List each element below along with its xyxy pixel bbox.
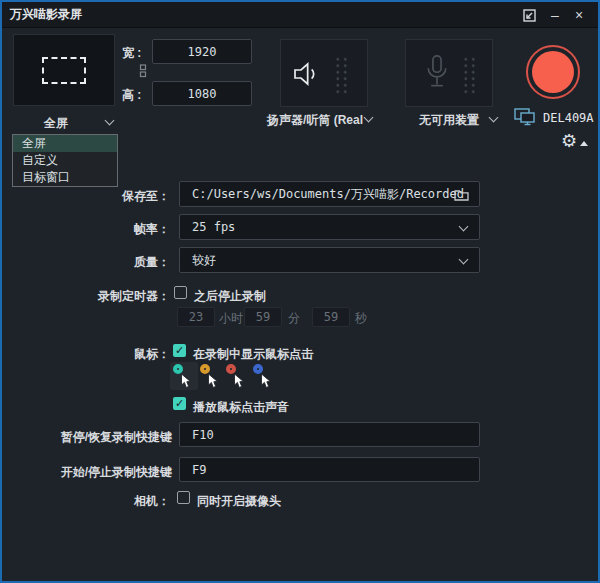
link-dimensions-icon[interactable] xyxy=(139,64,147,81)
capture-mode-value: 全屏 xyxy=(10,115,102,132)
microphone-device-label: 无可用装置 xyxy=(419,112,479,129)
menu-item-custom[interactable]: 自定义 xyxy=(13,152,117,169)
record-button[interactable] xyxy=(526,45,580,99)
fps-label: 帧率： xyxy=(2,221,170,238)
cursor-style-teal[interactable] xyxy=(170,362,198,390)
timer-seconds-value: 59 xyxy=(324,310,338,324)
save-label: 保存至： xyxy=(2,188,170,205)
mouse-sound-checkbox[interactable]: ✓ xyxy=(173,397,186,410)
width-input[interactable]: 1920 xyxy=(152,39,252,64)
cursor-arrow-icon xyxy=(180,373,192,389)
height-label: 高 : xyxy=(122,87,141,104)
mouse-show-clicks-checkbox[interactable]: ✓ xyxy=(173,344,186,357)
timer-hours-input[interactable]: 23 xyxy=(177,307,215,327)
compact-mode-button[interactable] xyxy=(518,2,540,28)
width-value: 1920 xyxy=(188,45,217,59)
folder-icon[interactable] xyxy=(454,189,469,201)
quality-value: 较好 xyxy=(192,252,216,269)
timer-hours-value: 23 xyxy=(189,310,203,324)
app-window: 万兴喵影录屏 – × 全屏 全屏 自定义 目标窗口 宽 : 1920 高 : 1… xyxy=(0,0,600,583)
record-button-inner xyxy=(532,51,574,93)
quality-chevron-down-icon xyxy=(459,255,469,265)
pause-hotkey-label: 暂停/恢复录制快捷键 xyxy=(2,429,172,446)
compact-mode-icon xyxy=(523,9,536,22)
minimize-button[interactable]: – xyxy=(544,2,566,28)
microphone-level-meter xyxy=(462,56,477,96)
start-hotkey-value: F9 xyxy=(192,463,206,477)
timer-minutes-input[interactable]: 59 xyxy=(244,307,282,327)
speaker-chevron-down-icon[interactable] xyxy=(364,113,374,123)
collapse-arrow-icon[interactable] xyxy=(580,141,588,146)
window-title: 万兴喵影录屏 xyxy=(10,6,82,23)
microphone-button[interactable] xyxy=(405,39,493,107)
mouse-sound-label: 播放鼠标点击声音 xyxy=(193,399,289,416)
cursor-style-orange[interactable] xyxy=(197,362,225,390)
title-bar: 万兴喵影录屏 xyxy=(2,2,598,28)
cursor-style-red[interactable] xyxy=(223,362,251,390)
speaker-device-label: 扬声器/听筒 (Real xyxy=(267,112,363,129)
pause-hotkey-input[interactable]: F10 xyxy=(179,422,480,447)
fullscreen-region-icon xyxy=(42,57,86,84)
menu-item-target-window[interactable]: 目标窗口 xyxy=(13,169,117,186)
timer-seconds-input[interactable]: 59 xyxy=(312,307,350,327)
camera-checkbox[interactable] xyxy=(177,491,190,504)
check-icon: ✓ xyxy=(175,397,184,410)
microphone-icon xyxy=(423,53,451,95)
check-icon: ✓ xyxy=(175,344,184,357)
mouse-show-clicks-label: 在录制中显示鼠标点击 xyxy=(193,346,313,363)
start-hotkey-input[interactable]: F9 xyxy=(179,457,480,482)
cursor-arrow-icon xyxy=(207,373,219,389)
timer-stop-checkbox[interactable] xyxy=(174,286,187,299)
height-input[interactable]: 1080 xyxy=(152,81,252,106)
start-hotkey-label: 开始/停止录制快捷键 xyxy=(2,464,172,481)
timer-label: 录制定时器： xyxy=(2,288,170,305)
fps-select[interactable]: 25 fps xyxy=(179,214,480,240)
timer-minutes-value: 59 xyxy=(256,310,270,324)
camera-checkbox-label: 同时开启摄像头 xyxy=(197,493,281,510)
mouse-label: 鼠标： xyxy=(2,346,170,363)
save-path-input[interactable]: C:/Users/ws/Documents/万兴喵影/Recorded xyxy=(179,181,480,207)
fps-value: 25 fps xyxy=(192,220,235,234)
chevron-down-icon xyxy=(105,116,115,126)
quality-label: 质量： xyxy=(2,254,170,271)
capture-area-preview[interactable] xyxy=(13,34,115,106)
timer-stop-checkbox-label: 之后停止录制 xyxy=(194,288,266,305)
capture-mode-menu: 全屏 自定义 目标窗口 xyxy=(12,134,118,187)
pause-hotkey-value: F10 xyxy=(192,428,214,442)
menu-item-fullscreen[interactable]: 全屏 xyxy=(13,135,117,152)
record-device-label: DEL409A xyxy=(543,111,594,125)
timer-minutes-unit: 分 xyxy=(288,310,300,327)
settings-gear-icon[interactable]: ⚙ xyxy=(561,130,577,152)
speaker-icon xyxy=(291,59,323,89)
speaker-button[interactable] xyxy=(280,39,368,107)
camera-label: 相机： xyxy=(2,493,170,510)
fps-chevron-down-icon xyxy=(459,222,469,232)
cursor-arrow-icon xyxy=(260,373,272,389)
close-button[interactable]: × xyxy=(568,2,590,28)
height-value: 1080 xyxy=(188,87,217,101)
cursor-arrow-icon xyxy=(233,373,245,389)
timer-hours-unit: 小时 xyxy=(219,310,243,327)
quality-select[interactable]: 较好 xyxy=(179,247,480,273)
width-label: 宽 : xyxy=(122,45,141,62)
timer-seconds-unit: 秒 xyxy=(355,310,367,327)
microphone-chevron-down-icon[interactable] xyxy=(489,113,499,123)
monitor-icon xyxy=(514,108,537,126)
cursor-style-blue[interactable] xyxy=(250,362,278,390)
speaker-level-meter xyxy=(334,56,349,96)
save-path-value: C:/Users/ws/Documents/万兴喵影/Recorded xyxy=(192,186,464,203)
capture-mode-select[interactable]: 全屏 xyxy=(10,113,116,133)
